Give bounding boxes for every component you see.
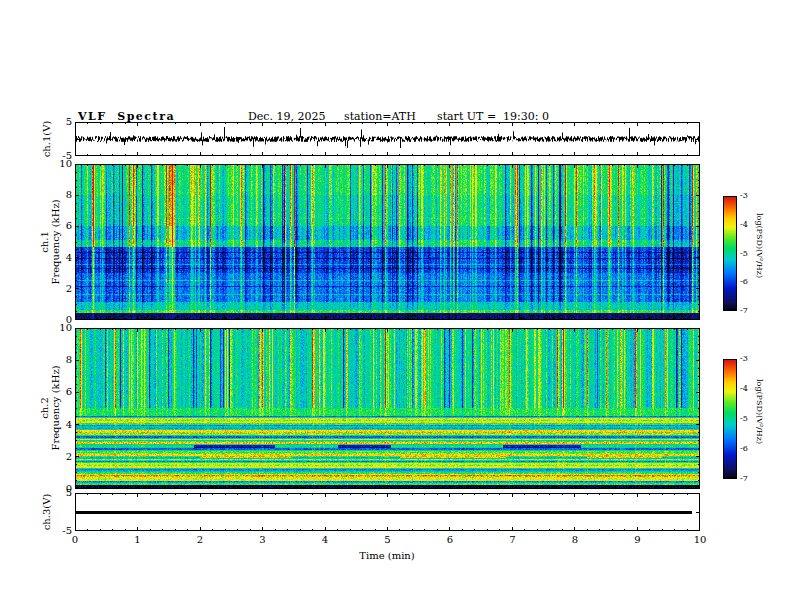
- x-tick-label: 6: [447, 535, 453, 545]
- x-tick-label: 1: [134, 535, 140, 545]
- colorbar-tick-label: -5: [740, 415, 748, 423]
- ch3-voltage-axis-label: ch.3(V): [41, 494, 52, 531]
- y-tick-label: 8: [50, 355, 72, 365]
- x-tick-label: 3: [259, 535, 265, 545]
- y-tick-label: 5: [50, 488, 72, 498]
- vlf-spectra-figure: VLF Spectra Dec. 19, 2025 station=ATH st…: [0, 0, 792, 612]
- colorbar2-unit-label: log(PSD)(V²/Hz): [755, 379, 764, 444]
- y-tick-label: 6: [50, 387, 72, 397]
- x-tick-label: 7: [509, 535, 515, 545]
- y-tick-label: 5: [50, 117, 72, 127]
- ch1-frequency-axis-label: ch.1 Frequency (kHz): [39, 199, 61, 284]
- x-tick-label: 9: [634, 535, 640, 545]
- colorbar-tick-label: -7: [740, 307, 748, 315]
- x-tick-label: 4: [322, 535, 328, 545]
- ch2-frequency-axis-label: ch.2 Frequency (kHz): [39, 365, 61, 450]
- ch1-colorbar: [723, 196, 737, 311]
- y-tick-label: 10: [50, 159, 72, 169]
- y-tick-label: 10: [50, 323, 72, 333]
- y-tick-label: 2: [50, 452, 72, 462]
- ch2-colorbar: [723, 359, 737, 479]
- colorbar-tick-label: -6: [740, 278, 748, 286]
- y-tick-label: 8: [50, 190, 72, 200]
- colorbar-tick-label: -5: [740, 250, 748, 258]
- y-tick-label: 2: [50, 284, 72, 294]
- x-axis-title: Time (min): [359, 551, 414, 561]
- x-tick-label: 0: [72, 535, 78, 545]
- y-tick-label: 4: [50, 420, 72, 430]
- ch1-waveform-panel: [75, 122, 700, 156]
- colorbar-tick-label: -7: [740, 475, 748, 483]
- x-tick-label: 5: [384, 535, 390, 545]
- colorbar-tick-label: -3: [740, 355, 748, 363]
- x-tick-label: 2: [197, 535, 203, 545]
- ch3-waveform-panel: [75, 493, 700, 531]
- ch1-spectrogram-panel: [75, 164, 700, 320]
- colorbar-tick-label: -6: [740, 445, 748, 453]
- colorbar-tick-label: -4: [740, 385, 748, 393]
- x-tick-label: 10: [694, 535, 707, 545]
- colorbar1-unit-label: log(PSD)(V²/Hz): [755, 213, 764, 278]
- y-tick-label: 4: [50, 253, 72, 263]
- y-tick-label: 6: [50, 221, 72, 231]
- ch2-spectrogram-panel: [75, 328, 700, 489]
- colorbar-tick-label: -4: [740, 221, 748, 229]
- colorbar-tick-label: -3: [740, 192, 748, 200]
- y-tick-label: -5: [50, 526, 72, 536]
- x-tick-label: 8: [572, 535, 578, 545]
